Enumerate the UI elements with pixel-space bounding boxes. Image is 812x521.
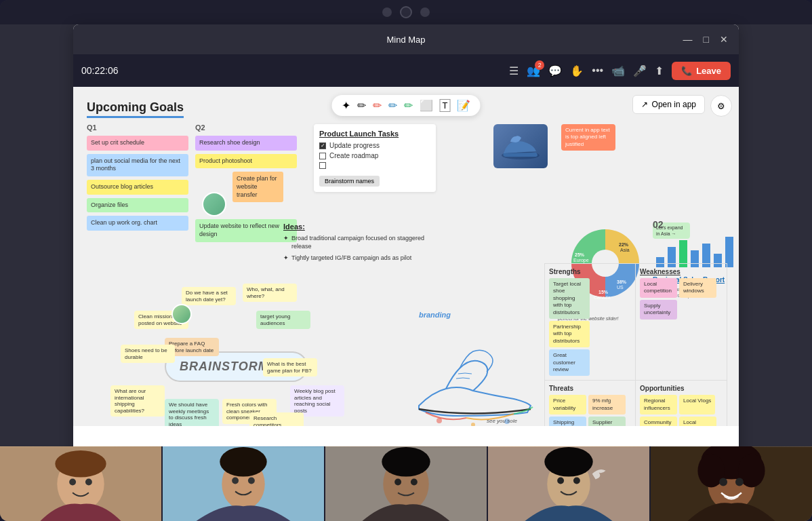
sticky-note-tool[interactable]: 📝 — [457, 99, 470, 112]
leave-button[interactable]: 📞 Leave — [672, 62, 731, 80]
weakness-2[interactable]: Delivery windows — [679, 278, 716, 298]
notification-badge: 2 — [535, 60, 544, 70]
svg-text:Asia: Asia — [620, 248, 630, 252]
pencil-tool-green[interactable]: ✏ — [404, 99, 413, 112]
svg-point-29 — [220, 447, 266, 477]
main-toolbar: 00:22:06 ☰ 👥 2 💬 ✋ ••• 📹 🎤 ⬆ 📞 Leave — [73, 54, 739, 87]
settings-button[interactable]: ⚙ — [710, 95, 732, 117]
weakness-3[interactable]: Supply uncertainty — [640, 300, 677, 320]
strength-1[interactable]: Target local shoe shopping with top dist… — [549, 278, 590, 319]
mind-node-competitors[interactable]: Research competitors — [249, 412, 304, 426]
task-item-3[interactable] — [319, 162, 430, 169]
svg-point-25 — [69, 479, 76, 486]
mind-node-who[interactable]: Who, what, and where? — [243, 284, 297, 302]
pencil-tool-black[interactable]: ✏ — [357, 99, 366, 112]
camera-toggle-icon[interactable]: 📹 — [611, 64, 625, 77]
goals-title: Upcoming Goals — [87, 100, 184, 118]
eraser-tool[interactable]: ⬜ — [420, 99, 433, 112]
threat-3[interactable]: Shipping delays — [549, 417, 586, 426]
svg-point-26 — [85, 479, 92, 486]
task-checkbox-3[interactable] — [319, 162, 326, 169]
ideas-section: Ideas: ✦ Broad traditional campaign focu… — [283, 223, 432, 267]
task-label-2: Create roadmap — [329, 152, 378, 159]
brainstorm-names-button[interactable]: Brainstorm names — [319, 176, 380, 187]
threat-4[interactable]: Supplier reliability — [588, 417, 626, 426]
opportunities-header: Opportunities — [640, 385, 723, 392]
camera-dot-2 — [420, 7, 430, 17]
strength-3[interactable]: Great customer review — [549, 349, 590, 376]
goals-columns: Q1 Set up crit schedule plan out social … — [87, 123, 297, 246]
shoe-sketch-svg: see you sole — [405, 317, 541, 426]
mind-node-meetings[interactable]: We should have weekly meetings to discus… — [165, 399, 219, 426]
opportunities-items: Regional influencers Local Vlogs Communi… — [640, 395, 723, 426]
device-frame: Mind Map — □ ✕ 00:22:06 ☰ 👥 2 💬 ✋ ••• 📹 … — [0, 0, 812, 521]
mind-node-shoes-durable[interactable]: Shoes need to be durable — [121, 345, 175, 363]
mind-node-target[interactable]: target young audiences — [256, 311, 310, 329]
weakness-1[interactable]: Local competition — [640, 278, 677, 298]
pencil-tool-blue[interactable]: ✏ — [388, 99, 397, 112]
text-tool[interactable]: T — [440, 99, 451, 112]
opp-1[interactable]: Regional influencers — [640, 395, 677, 414]
people-icon[interactable]: 👥 2 — [527, 64, 540, 77]
share-screen-icon[interactable]: ⬆ — [655, 64, 664, 77]
svg-point-40 — [557, 478, 564, 484]
q2-note-3[interactable]: Create plan for website transfer — [232, 172, 283, 202]
weaknesses-items: Local competition Delivery windows Suppl… — [640, 278, 723, 320]
camera-lens — [400, 6, 412, 18]
svg-point-30 — [232, 478, 239, 484]
svg-point-18 — [437, 418, 442, 423]
threats-items: Price variability 9% mfg increase Shippi… — [549, 395, 631, 426]
opp-2[interactable]: Local Vlogs — [679, 395, 715, 414]
gear-icon: ⚙ — [717, 101, 725, 111]
svg-point-24 — [55, 450, 106, 478]
threat-2[interactable]: 9% mfg increase — [588, 395, 626, 414]
participant-video-3 — [325, 446, 487, 521]
chat-icon[interactable]: 💬 — [548, 64, 562, 77]
svg-text:see you sole: see you sole — [487, 418, 517, 424]
idea-2: ✦ Tightly targeted IG/FB campaign ads as… — [283, 254, 432, 263]
participants-icon[interactable]: ☰ — [509, 64, 519, 77]
task-item-1[interactable]: Update progress — [319, 142, 430, 149]
pencil-tool-red[interactable]: ✏ — [373, 99, 382, 112]
strengths-header: Strengths — [549, 268, 631, 275]
title-bar: Mind Map — □ ✕ — [73, 24, 739, 54]
threat-1[interactable]: Price variability — [549, 395, 586, 414]
task-item-2[interactable]: Create roadmap — [319, 152, 430, 159]
q1-note-2[interactable]: plan out social media for the next 3 mon… — [87, 154, 188, 176]
mind-node-launch-date[interactable]: Do we have a set launch date yet? — [182, 287, 236, 305]
q2-note-1[interactable]: Research shoe design — [195, 136, 297, 151]
open-external-icon: ↗ — [641, 100, 648, 109]
mind-node-fb-plan[interactable]: What is the best game plan for FB? — [263, 358, 317, 377]
q2-note-2[interactable]: Product photoshoot — [195, 154, 297, 169]
raise-hand-icon[interactable]: ✋ — [570, 64, 584, 77]
opp-4[interactable]: Local government engagement — [679, 417, 716, 426]
svg-point-19 — [471, 423, 475, 426]
q1-note-5[interactable]: Clean up work org. chart — [87, 216, 188, 231]
maximize-button[interactable]: □ — [704, 34, 709, 45]
mind-node-shipping[interactable]: What are our international shipping capa… — [110, 385, 165, 417]
minimize-button[interactable]: — — [683, 34, 693, 45]
mind-map-avatar — [171, 304, 192, 324]
close-button[interactable]: ✕ — [720, 34, 728, 45]
goals-section: Upcoming Goals Q1 Set up crit schedule p… — [87, 100, 297, 246]
participant-video-5 — [651, 446, 812, 521]
weaknesses-quadrant: Weaknesses Local competition Delivery wi… — [636, 264, 727, 381]
task-checkbox-2[interactable] — [319, 153, 326, 159]
more-options-icon[interactable]: ••• — [592, 64, 603, 77]
select-tool[interactable]: ✦ — [342, 99, 350, 112]
q1-column: Q1 Set up crit schedule plan out social … — [87, 123, 188, 246]
task-label-1: Update progress — [329, 142, 380, 149]
q1-note-3[interactable]: Outsource blog articles — [87, 180, 188, 195]
q1-note-1[interactable]: Set up crit schedule — [87, 136, 188, 151]
open-in-app-button[interactable]: ↗ Open in app — [632, 95, 705, 114]
svg-text:22%: 22% — [619, 242, 629, 247]
tasks-section: Product Launch Tasks Update progress Cre… — [314, 124, 436, 192]
q2-note-4[interactable]: Update website to reflect new design — [195, 219, 297, 242]
task-checkbox-1[interactable] — [319, 142, 326, 149]
svg-point-35 — [394, 479, 401, 486]
strength-2[interactable]: Partnership with top distributors — [549, 321, 590, 347]
mic-icon[interactable]: 🎤 — [633, 64, 647, 77]
threats-quadrant: Threats Price variability 9% mfg increas… — [545, 381, 636, 426]
opp-3[interactable]: Community support — [640, 417, 677, 426]
q1-note-4[interactable]: Organize files — [87, 198, 188, 213]
